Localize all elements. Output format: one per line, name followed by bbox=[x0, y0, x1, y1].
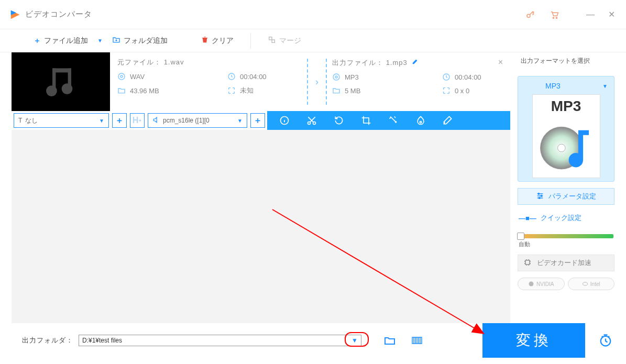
output-format-title: 出力フォーマットを選択 bbox=[518, 52, 614, 70]
clear-button[interactable]: クリア bbox=[201, 36, 234, 46]
intel-badge: Intel bbox=[568, 278, 615, 290]
output-format: MP3 bbox=[332, 73, 400, 81]
rotate-tool-icon[interactable] bbox=[333, 115, 345, 126]
svg-point-16 bbox=[335, 76, 337, 78]
source-filename: 1.wav bbox=[164, 58, 184, 66]
info-tool-icon[interactable] bbox=[279, 115, 290, 126]
merge-button[interactable]: マージ bbox=[268, 36, 301, 46]
app-title: ビデオコンバータ bbox=[25, 9, 92, 19]
effects-tool-icon[interactable] bbox=[388, 115, 399, 126]
svg-rect-5 bbox=[269, 37, 272, 40]
rename-icon[interactable] bbox=[412, 58, 419, 65]
open-folder-button[interactable] bbox=[382, 334, 397, 347]
parameter-settings-button[interactable]: パラメータ設定 bbox=[518, 188, 614, 205]
speaker-icon bbox=[152, 116, 160, 125]
close-button[interactable]: ✕ bbox=[606, 9, 617, 20]
svg-point-25 bbox=[538, 193, 540, 194]
quality-slider[interactable] bbox=[519, 234, 613, 238]
svg-point-4 bbox=[556, 17, 557, 18]
svg-point-2 bbox=[527, 14, 530, 17]
slider-thumb[interactable] bbox=[517, 233, 524, 240]
svg-point-12 bbox=[118, 73, 125, 80]
minimize-button[interactable]: — bbox=[585, 9, 596, 20]
add-audio-button[interactable]: ＋ bbox=[250, 113, 265, 128]
convert-button[interactable]: 変換 bbox=[482, 323, 585, 358]
source-duration: 00:04:00 bbox=[227, 72, 295, 81]
output-folder-input[interactable] bbox=[79, 335, 361, 346]
chip-icon bbox=[523, 258, 532, 268]
add-folder-button[interactable]: フォルダ追加 bbox=[112, 36, 168, 46]
file-thumbnail[interactable] bbox=[12, 52, 110, 111]
svg-point-15 bbox=[333, 74, 339, 80]
remove-file-button[interactable]: × bbox=[498, 58, 503, 67]
output-resolution: 0 x 0 bbox=[442, 86, 510, 95]
source-format: WAV bbox=[117, 72, 185, 81]
convert-direction-arrow: › bbox=[309, 52, 325, 111]
svg-point-11 bbox=[62, 83, 73, 94]
add-file-button[interactable]: ＋ ファイル追加 bbox=[34, 36, 88, 46]
source-resolution: 未知 bbox=[227, 86, 295, 95]
sliders-icon bbox=[536, 192, 544, 202]
slider-caption: 自動 bbox=[518, 240, 614, 248]
subtitle-settings-button[interactable]: H✦ bbox=[130, 113, 145, 128]
output-folder-dropdown[interactable]: ▼ bbox=[348, 335, 361, 346]
text-icon: T bbox=[18, 117, 22, 124]
output-size: 5 MB bbox=[332, 86, 400, 95]
chevron-down-icon: ▼ bbox=[237, 118, 243, 124]
audio-track-select[interactable]: pcm_s16le ([1][0 ▼ bbox=[148, 113, 247, 128]
subtitle-select[interactable]: T なし ▼ bbox=[14, 113, 109, 128]
chevron-down-icon: ▼ bbox=[602, 83, 608, 89]
hardware-accel-button[interactable]: ビデオカード加速 bbox=[518, 255, 614, 271]
source-size: 43.96 MB bbox=[117, 86, 185, 95]
app-logo-icon bbox=[9, 9, 21, 20]
svg-rect-28 bbox=[525, 260, 530, 264]
svg-point-27 bbox=[539, 197, 540, 198]
svg-point-26 bbox=[541, 195, 542, 196]
svg-point-30 bbox=[583, 282, 587, 285]
key-icon[interactable] bbox=[524, 9, 536, 20]
svg-point-10 bbox=[46, 85, 57, 96]
chevron-down-icon: ▼ bbox=[99, 118, 104, 124]
format-preview: MP3 bbox=[532, 94, 600, 178]
schedule-button[interactable] bbox=[585, 323, 626, 358]
svg-rect-6 bbox=[272, 40, 274, 42]
nvidia-badge: NVIDIA bbox=[518, 278, 565, 290]
output-folder-label: 出力フォルダ： bbox=[22, 336, 73, 345]
svg-point-23 bbox=[557, 144, 565, 152]
svg-rect-24 bbox=[578, 130, 588, 135]
cut-tool-icon[interactable] bbox=[306, 115, 317, 126]
output-duration: 00:04:00 bbox=[442, 73, 510, 81]
edit-tool-icon[interactable] bbox=[442, 115, 454, 126]
cart-icon[interactable] bbox=[548, 9, 560, 20]
svg-point-13 bbox=[120, 75, 123, 78]
plus-icon: ＋ bbox=[34, 36, 41, 46]
quick-settings-label: ―■― クイック設定 bbox=[518, 211, 614, 225]
svg-point-3 bbox=[553, 17, 554, 18]
svg-point-29 bbox=[529, 282, 534, 286]
folder-plus-icon bbox=[112, 36, 120, 46]
file-card: 元ファイル： 1.wav WAV 00:04:00 43.96 MB 未知 › … bbox=[12, 52, 510, 111]
output-filename: 1.mp3 bbox=[386, 59, 408, 67]
crop-tool-icon[interactable] bbox=[360, 115, 372, 126]
svg-point-21 bbox=[420, 122, 421, 123]
queue-button[interactable] bbox=[410, 334, 424, 347]
watermark-tool-icon[interactable] bbox=[415, 115, 426, 126]
add-subtitle-button[interactable]: ＋ bbox=[112, 113, 127, 128]
add-file-dropdown[interactable]: ▼ bbox=[97, 38, 103, 43]
merge-icon bbox=[268, 36, 276, 46]
format-select[interactable]: MP3 ▼ bbox=[521, 80, 611, 94]
trash-icon bbox=[201, 36, 208, 45]
